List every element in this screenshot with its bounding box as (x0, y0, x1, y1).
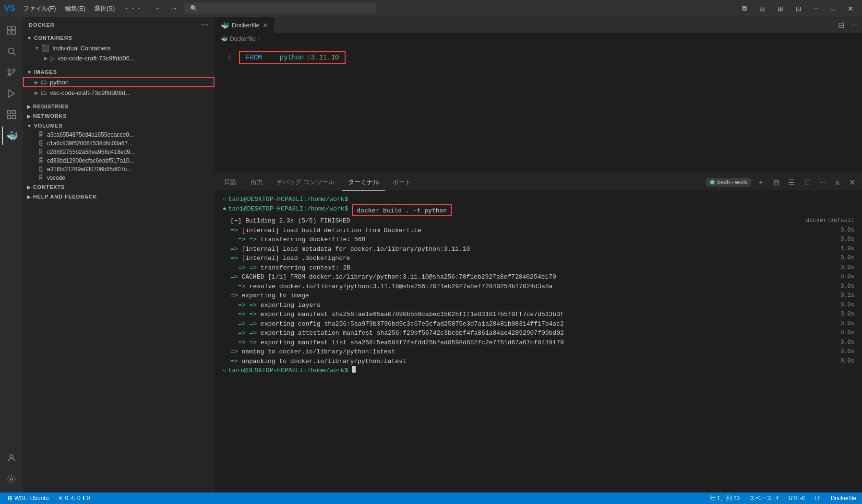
container-item[interactable]: ▶ ▷ vsc-code-craft-73c9ffdd06... (23, 53, 215, 63)
panel-collapse-button[interactable]: ∧ (832, 177, 843, 188)
terminal-badge[interactable]: ⬟ bash - work (706, 178, 751, 187)
close-button[interactable]: ✕ (843, 3, 858, 14)
tab-problems[interactable]: 問題 (219, 174, 243, 191)
split-button[interactable]: ⊟ (754, 3, 770, 14)
volume-item-0[interactable]: 🗄 a5ca6554875cd4a1655eeacce0... (23, 130, 215, 139)
from-statement-box: FROM python:3.11.10 (239, 51, 346, 64)
forward-button[interactable]: → (167, 2, 180, 15)
python-image-item[interactable]: ▶ 🗂 python (23, 77, 215, 87)
container-item-arrow-icon: ▶ (44, 56, 48, 61)
vsc-image-item[interactable]: ▶ 🗂 vsc-code-craft-73c9ffdd06d... (23, 87, 215, 98)
volume-item-5[interactable]: 🗄 vscode (23, 174, 215, 182)
layout-button[interactable]: ⧉ (737, 2, 752, 14)
menu-bar[interactable]: ファイル(F) 編集(E) 選択(S) ・・・ (19, 2, 146, 15)
sub-arrow-icon-11: => (249, 301, 257, 310)
editor-more-button[interactable]: ··· (848, 21, 862, 29)
source-control-activity-icon[interactable] (2, 63, 21, 82)
terminal-list-button[interactable]: ☰ (785, 177, 798, 188)
python-image-label: python (50, 79, 69, 86)
containers-section-label: CONTAINERS (34, 35, 72, 41)
back-button[interactable]: ← (152, 2, 165, 15)
errors-status[interactable]: ✕ 0 ⚠ 0 ℹ 0 (56, 495, 92, 502)
arrow-icon-10: => (230, 291, 238, 301)
accounts-activity-icon[interactable] (2, 448, 21, 468)
volume-item-2[interactable]: 🗄 c28882755b2a58ea958d418ed9... (23, 148, 215, 156)
code-editor[interactable]: 1 FROM python:3.11.10 (215, 44, 862, 174)
menu-select[interactable]: 選択(S) (90, 2, 119, 15)
volume-item-3[interactable]: 🗄 cd33bd12900ecfac6eabf517a10... (23, 156, 215, 165)
tab-output[interactable]: 出力 (245, 174, 269, 191)
volume-icon-1: 🗄 (38, 140, 44, 147)
position-status[interactable]: 行 1、列 20 (708, 494, 742, 503)
dockerfile-tab[interactable]: 🐳 Dockerfile ✕ (215, 17, 275, 34)
run-activity-icon[interactable] (2, 84, 21, 103)
registries-section-header[interactable]: ▶ REGISTRIES (23, 102, 215, 111)
split-terminal-button[interactable]: ⊟ (770, 177, 782, 188)
output-13: exporting config sha256:5aa979b3796bd9c3… (261, 319, 564, 329)
dockerfile-tab-close-icon[interactable]: ✕ (263, 22, 268, 29)
images-section-header[interactable]: ▼ IMAGES (23, 67, 215, 77)
explorer-activity-icon[interactable] (2, 21, 21, 40)
spaces-status[interactable]: スペース: 4 (747, 494, 780, 503)
line-ending-status[interactable]: LF (813, 495, 823, 502)
terminal-line-12: => => exporting manifest sha256:ae1e65aa… (223, 310, 854, 319)
sub-arrow-icon-4: => (249, 235, 257, 245)
language-status[interactable]: Dockerfile (829, 495, 858, 502)
volume-item-1[interactable]: 🗄 c1a6c939f520064538d8c03a67... (23, 139, 215, 148)
image2-icon: 🗂 (40, 89, 47, 96)
wsl-badge[interactable]: ⊞ WSL: Ubuntu (4, 495, 52, 502)
add-terminal-button[interactable]: ＋ (754, 176, 767, 188)
sidebar-more-button[interactable]: ··· (201, 21, 209, 29)
editor-split-button[interactable]: ⊟ (834, 21, 848, 30)
menu-file[interactable]: ファイル(F) (19, 2, 60, 15)
help-section-header[interactable]: ▶ HELP AND FEEDBACK (23, 192, 215, 201)
sub-arrow-icon-7: => (249, 263, 257, 273)
customize-button[interactable]: ⊡ (791, 3, 806, 14)
menu-edit[interactable]: 編集(E) (61, 2, 89, 15)
individual-containers-item[interactable]: ▼ ⬛ Individual Containers (23, 43, 215, 53)
terminal-line-17: => unpacking to docker.io/library/python… (223, 357, 854, 366)
contexts-section-header[interactable]: ▶ CONTEXTS (23, 182, 215, 192)
terminal-content[interactable]: ○ tani@DESKTOP-HCPA8LI:/home/work$ ● tan… (215, 191, 862, 492)
extensions-activity-icon[interactable] (2, 105, 21, 124)
settings-activity-icon[interactable] (2, 469, 21, 489)
tab-debug-console[interactable]: デバッグ コンソール (271, 174, 340, 191)
vsc-image-arrow-icon: ▶ (35, 90, 38, 95)
panel-button[interactable]: ⊞ (773, 3, 788, 14)
tab-ports[interactable]: ポート (387, 174, 417, 191)
breadcrumb-file[interactable]: Dockerfile (230, 35, 255, 42)
time-15: 0.0s (840, 338, 854, 347)
panel-close-button[interactable]: ✕ (846, 177, 858, 188)
search-input[interactable]: work [WSL: Ubuntu] (202, 5, 371, 12)
networks-section-header[interactable]: ▶ NETWORKS (23, 111, 215, 121)
volumes-section-header[interactable]: ▼ VOLUMES (23, 121, 215, 130)
docker-activity-icon[interactable]: 🐳 (2, 126, 21, 145)
arrow-icon-6: => (230, 254, 238, 263)
search-box[interactable]: 🔍 work [WSL: Ubuntu] (184, 3, 376, 14)
containers-section-header[interactable]: ▼ CONTAINERS (23, 33, 215, 43)
encoding-status[interactable]: UTF-8 (787, 495, 807, 502)
tab-terminal[interactable]: ターミナル (342, 174, 385, 191)
volume-icon-4: 🗄 (38, 166, 44, 173)
window-controls: ⧉ ⊟ ⊞ ⊡ ─ □ ✕ (737, 2, 858, 14)
output-16: naming to docker.io/library/python:lates… (241, 347, 395, 357)
time-14: 0.0s (840, 328, 854, 337)
volume-item-4[interactable]: 🗄 e31f8d21289a830706b85df07c... (23, 165, 215, 174)
prompt-1: tani@DESKTOP-HCPA8LI:/home/work$ (228, 204, 348, 214)
kill-terminal-button[interactable]: 🗑 (801, 177, 814, 188)
menu-more[interactable]: ・・・ (120, 2, 146, 15)
vscode-logo: VS (4, 3, 15, 13)
arrow-icon-3: => (230, 226, 238, 235)
output-4: transferring dockerfile: 56B (261, 235, 365, 245)
python-image-arrow-icon: ▶ (35, 80, 38, 85)
maximize-button[interactable]: □ (826, 3, 840, 14)
svg-point-14 (10, 455, 13, 458)
arrow-icon-17: => (230, 357, 238, 366)
minimize-button[interactable]: ─ (809, 3, 824, 14)
search-activity-icon[interactable] (2, 42, 21, 61)
output-6: [internal] load .dockerignore (241, 254, 350, 263)
volume-label-3: cd33bd12900ecfac6eabf517a10... (47, 157, 134, 164)
help-section-label: HELP AND FEEDBACK (33, 194, 97, 199)
circle-icon-final: ○ (223, 366, 227, 375)
terminal-more-button[interactable]: ··· (817, 177, 829, 188)
